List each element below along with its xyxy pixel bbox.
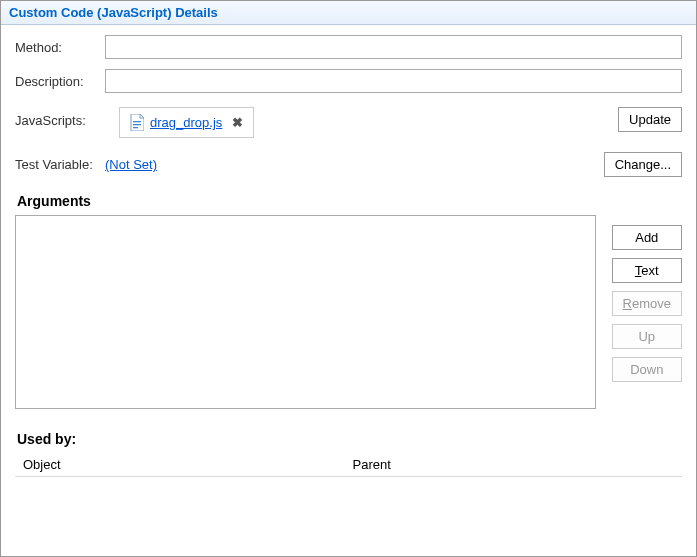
svg-rect-2 xyxy=(133,127,138,128)
arguments-button-group: Add Text Remove Up Down xyxy=(612,215,682,382)
column-object[interactable]: Object xyxy=(23,457,353,472)
used-by-title: Used by: xyxy=(17,431,682,447)
arguments-area: Add Text Remove Up Down xyxy=(15,215,682,409)
method-input[interactable] xyxy=(105,35,682,59)
add-button[interactable]: Add xyxy=(612,225,682,250)
svg-rect-0 xyxy=(133,121,141,122)
arguments-list[interactable] xyxy=(15,215,596,409)
javascripts-label: JavaScripts: xyxy=(15,107,105,128)
javascript-tag-area: drag_drop.js ✖ xyxy=(119,107,254,138)
test-variable-row: Test Variable: (Not Set) Change... xyxy=(15,152,682,177)
text-button[interactable]: Text xyxy=(612,258,682,283)
test-variable-label: Test Variable: xyxy=(15,157,105,172)
javascript-file-link[interactable]: drag_drop.js xyxy=(150,115,222,130)
test-variable-link[interactable]: (Not Set) xyxy=(105,157,157,172)
method-row: Method: xyxy=(15,35,682,59)
down-button: Down xyxy=(612,357,682,382)
description-input[interactable] xyxy=(105,69,682,93)
up-button: Up xyxy=(612,324,682,349)
javascript-file-tag: drag_drop.js ✖ xyxy=(119,107,254,138)
panel-root: Custom Code (JavaScript) Details Method:… xyxy=(0,0,697,557)
used-by-table-header: Object Parent xyxy=(15,453,682,477)
remove-file-icon[interactable]: ✖ xyxy=(232,115,243,130)
file-icon xyxy=(130,114,144,131)
arguments-title: Arguments xyxy=(17,193,682,209)
column-parent[interactable]: Parent xyxy=(353,457,683,472)
panel-title: Custom Code (JavaScript) Details xyxy=(1,1,696,25)
update-button[interactable]: Update xyxy=(618,107,682,132)
javascripts-row: JavaScripts: drag_drop.js ✖ xyxy=(15,107,682,138)
svg-rect-1 xyxy=(133,124,141,125)
remove-button: Remove xyxy=(612,291,682,316)
method-label: Method: xyxy=(15,40,105,55)
panel-body: Method: Description: JavaScripts: xyxy=(1,25,696,477)
change-button[interactable]: Change... xyxy=(604,152,682,177)
used-by-section: Used by: Object Parent xyxy=(15,431,682,477)
description-row: Description: xyxy=(15,69,682,93)
description-label: Description: xyxy=(15,74,105,89)
